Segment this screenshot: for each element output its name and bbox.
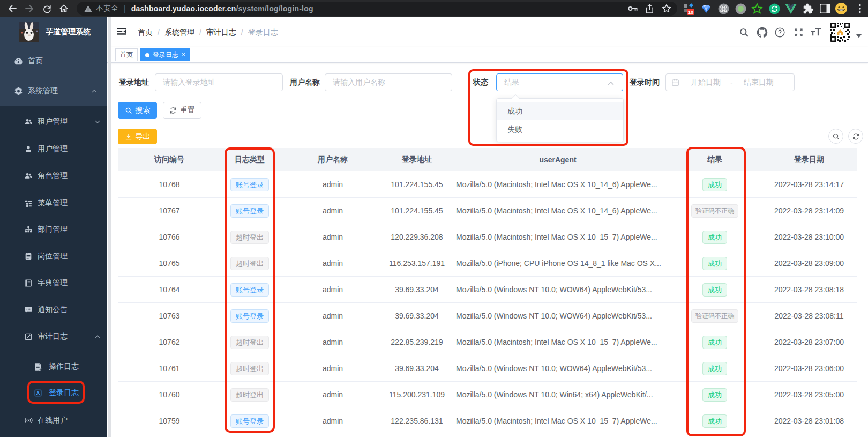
svg-text:10: 10	[688, 9, 694, 15]
